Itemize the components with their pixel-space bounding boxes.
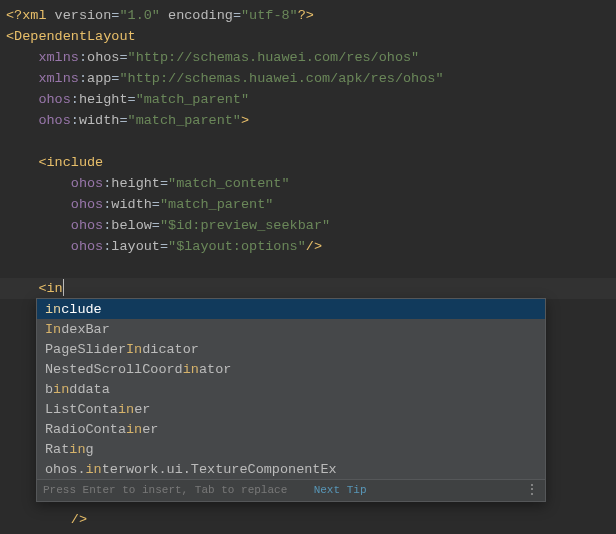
autocomplete-item[interactable]: include <box>37 299 545 319</box>
next-tip-link[interactable]: Next Tip <box>314 484 367 496</box>
autocomplete-item[interactable]: binddata <box>37 379 545 399</box>
code-line: ohos:width="match_parent"> <box>0 110 616 131</box>
footer-hint: Press Enter to insert, Tab to replace <box>43 484 287 496</box>
code-line: /> <box>0 509 616 530</box>
code-line: ohos:height="match_parent" <box>0 89 616 110</box>
autocomplete-item[interactable]: ohos.interwork.ui.TextureComponentEx <box>37 459 545 479</box>
autocomplete-item[interactable]: IndexBar <box>37 319 545 339</box>
autocomplete-item[interactable]: NestedScrollCoordinator <box>37 359 545 379</box>
code-line: xmlns:app="http://schemas.huawei.com/apk… <box>0 68 616 89</box>
autocomplete-item[interactable]: ListContainer <box>37 399 545 419</box>
code-line: <?xml version="1.0" encoding="utf-8"?> <box>0 5 616 26</box>
code-line: <include <box>0 152 616 173</box>
code-line: ohos:layout="$layout:options"/> <box>0 236 616 257</box>
code-line <box>0 257 616 278</box>
code-line <box>0 131 616 152</box>
autocomplete-item[interactable]: PageSliderIndicator <box>37 339 545 359</box>
code-line-current[interactable]: <in <box>0 278 616 299</box>
autocomplete-popup[interactable]: include IndexBar PageSliderIndicator Nes… <box>36 298 546 502</box>
autocomplete-item[interactable]: Rating <box>37 439 545 459</box>
code-line: <DependentLayout <box>0 26 616 47</box>
autocomplete-item[interactable]: RadioContainer <box>37 419 545 439</box>
text-caret <box>63 279 64 296</box>
code-line <box>0 530 616 534</box>
code-line: ohos:width="match_parent" <box>0 194 616 215</box>
autocomplete-footer: Press Enter to insert, Tab to replace Ne… <box>37 479 545 501</box>
code-line: ohos:height="match_content" <box>0 173 616 194</box>
code-line: ohos:below="$id:preview_seekbar" <box>0 215 616 236</box>
more-icon[interactable]: ⋮ <box>525 488 539 493</box>
code-line: xmlns:ohos="http://schemas.huawei.com/re… <box>0 47 616 68</box>
